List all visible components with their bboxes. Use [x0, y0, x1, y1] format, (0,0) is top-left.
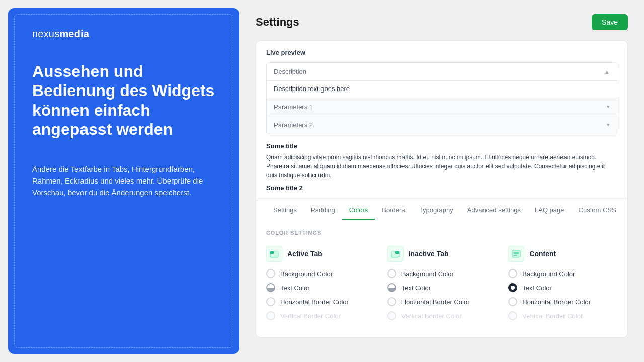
logo: nexusmedia: [32, 28, 215, 40]
inactive-tab-horiz-border[interactable]: Horizontal Border Color: [387, 297, 497, 306]
color-column-inactive-tab: Inactive Tab Background Color Text Color…: [387, 246, 497, 325]
inactive-tab-header: Inactive Tab: [387, 246, 497, 262]
active-tab-text-label: Text Color: [280, 284, 310, 292]
accordion-content-description: Description text goes here: [267, 80, 617, 98]
inactive-tab-horiz-radio[interactable]: [387, 297, 396, 306]
save-button[interactable]: Save: [592, 14, 628, 30]
logo-bold: media: [59, 28, 89, 39]
tab-padding[interactable]: Padding: [304, 200, 342, 220]
content-vert-radio: [508, 311, 517, 320]
preview-title: Some title: [266, 142, 617, 150]
inactive-tab-text-label: Text Color: [401, 284, 431, 292]
active-tab-horiz-radio[interactable]: [266, 297, 275, 306]
accordion-item-params1: Parameters 1 ▾: [267, 98, 617, 116]
inactive-tab-horiz-label: Horizontal Border Color: [401, 298, 470, 306]
active-tab-header: Active Tab: [266, 246, 375, 262]
active-tab-vert-label: Vertical Border Color: [280, 312, 341, 320]
preview-box: Description ▲ Description text goes here…: [266, 62, 617, 134]
tab-advanced-settings[interactable]: Advanced settings: [460, 200, 528, 220]
color-settings-label: COLOR SETTINGS: [266, 230, 617, 236]
active-tab-vert-radio: [266, 311, 275, 320]
inactive-tab-icon: [387, 246, 404, 262]
tab-typography[interactable]: Typography: [412, 200, 460, 220]
inactive-tab-vert-border: Vertical Border Color: [387, 311, 497, 320]
subtext: Ändere die Textfarbe in Tabs, Hintergrun…: [32, 163, 215, 199]
inactive-tab-text-radio[interactable]: [387, 283, 396, 292]
active-tab-title: Active Tab: [287, 250, 323, 258]
content-horiz-border[interactable]: Horizontal Border Color: [508, 297, 617, 306]
inactive-tab-text-color[interactable]: Text Color: [387, 283, 497, 292]
content-vert-border: Vertical Border Color: [508, 311, 617, 320]
color-columns: Active Tab Background Color Text Color H…: [266, 246, 617, 325]
active-tab-horiz-label: Horizontal Border Color: [280, 298, 349, 306]
tab-custom-css[interactable]: Custom CSS: [572, 200, 623, 220]
active-tab-text-color[interactable]: Text Color: [266, 283, 375, 292]
chevron-up-icon: ▲: [604, 69, 610, 75]
svg-rect-2: [274, 251, 278, 254]
tabs-row: Settings Padding Colors Borders Typograp…: [256, 200, 627, 220]
left-panel: nexusmedia Aussehen und Bedienung des Wi…: [8, 8, 239, 354]
preview-title2: Some title 2: [266, 184, 617, 192]
content-bg-radio[interactable]: [508, 269, 517, 278]
active-tab-text-radio[interactable]: [266, 283, 275, 292]
active-tab-bg-label: Background Color: [280, 270, 333, 278]
live-preview-section: Live preview Description ▲ Description t…: [256, 41, 627, 134]
tab-colors[interactable]: Colors: [342, 200, 375, 220]
content-title: Content: [529, 250, 556, 258]
preview-text-section: Some title Quam adipiscing vitae proin s…: [256, 142, 627, 200]
content-bg-color[interactable]: Background Color: [508, 269, 617, 278]
active-tab-bg-color[interactable]: Background Color: [266, 269, 375, 278]
live-preview-label: Live preview: [266, 49, 617, 56]
preview-body: Quam adipiscing vitae proin sagittis nis…: [266, 153, 617, 180]
headline: Aussehen und Bedienung des Widgets könne…: [32, 62, 215, 139]
color-column-content: Content Background Color Text Color: [508, 246, 617, 325]
accordion-label-params1: Parameters 1: [274, 103, 313, 111]
accordion-item-params2: Parameters 2 ▾: [267, 116, 617, 134]
svg-rect-1: [270, 251, 274, 254]
active-tab-horiz-border[interactable]: Horizontal Border Color: [266, 297, 375, 306]
inactive-tab-vert-label: Vertical Border Color: [401, 312, 462, 320]
logo-normal: nexus: [32, 28, 59, 39]
tab-borders[interactable]: Borders: [375, 200, 412, 220]
accordion-description-text: Description text goes here: [274, 85, 350, 93]
svg-rect-5: [395, 251, 399, 254]
tab-settings[interactable]: Settings: [266, 200, 304, 220]
accordion-label-description: Description: [274, 68, 306, 75]
content-text-radio[interactable]: [508, 283, 517, 292]
header-row: Settings Save: [256, 14, 628, 30]
inactive-tab-title: Inactive Tab: [409, 250, 449, 258]
content-horiz-label: Horizontal Border Color: [522, 298, 591, 306]
main-card: Live preview Description ▲ Description t…: [256, 40, 628, 338]
content-vert-label: Vertical Border Color: [522, 312, 583, 320]
active-tab-vert-border: Vertical Border Color: [266, 311, 375, 320]
svg-rect-4: [391, 251, 395, 254]
tab-faq-page[interactable]: FAQ page: [528, 200, 572, 220]
radio-inner-dot: [511, 286, 515, 290]
accordion-label-params2: Parameters 2: [274, 121, 313, 129]
content-bg-label: Background Color: [522, 270, 575, 278]
right-panel: Settings Save Live preview Description ▲…: [239, 0, 644, 362]
chevron-down-icon-params2: ▾: [607, 122, 610, 128]
inactive-tab-bg-color[interactable]: Background Color: [387, 269, 497, 278]
page-title: Settings: [256, 16, 299, 29]
accordion-header-description[interactable]: Description ▲: [267, 63, 617, 80]
inactive-tab-bg-radio[interactable]: [387, 269, 396, 278]
inactive-tab-vert-radio: [387, 311, 396, 320]
inactive-tab-bg-label: Background Color: [401, 270, 454, 278]
chevron-down-icon-params1: ▾: [607, 104, 610, 110]
color-settings-section: COLOR SETTINGS Active Tab: [256, 220, 627, 337]
accordion-item-description: Description ▲ Description text goes here: [267, 63, 617, 98]
accordion-header-params1[interactable]: Parameters 1 ▾: [267, 98, 617, 116]
content-horiz-radio[interactable]: [508, 297, 517, 306]
active-tab-icon: [266, 246, 282, 262]
content-text-color[interactable]: Text Color: [508, 283, 617, 292]
content-text-label: Text Color: [522, 284, 552, 292]
color-column-active-tab: Active Tab Background Color Text Color H…: [266, 246, 375, 325]
content-header: Content: [508, 246, 617, 262]
active-tab-bg-radio[interactable]: [266, 269, 275, 278]
accordion-header-params2[interactable]: Parameters 2 ▾: [267, 116, 617, 134]
content-icon: [508, 246, 524, 262]
